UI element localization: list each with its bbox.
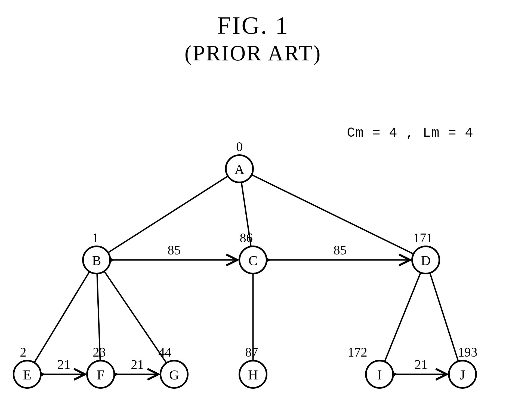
tree-edge <box>104 271 166 363</box>
edge-label: 85 <box>334 243 347 257</box>
node-label-D: D <box>421 253 431 268</box>
edge-label: 85 <box>168 243 181 257</box>
node-value-B: 1 <box>92 231 98 245</box>
tree-edge <box>430 273 458 361</box>
tree-edge <box>385 272 421 361</box>
node-value-I: 172 <box>348 345 367 359</box>
node-label-J: J <box>460 367 465 382</box>
nodes-layer: ABCDEFGHIJ <box>14 155 476 388</box>
node-label-I: I <box>377 367 382 382</box>
node-value-E: 2 <box>20 345 26 359</box>
node-label-B: B <box>92 253 101 268</box>
node-value-A: 0 <box>236 139 243 154</box>
node-label-F: F <box>97 367 104 382</box>
edge-label: 21 <box>57 357 70 372</box>
node-label-A: A <box>235 162 244 177</box>
node-value-F: 23 <box>93 345 106 359</box>
node-value-J: 193 <box>458 345 477 359</box>
node-value-C: 86 <box>240 231 253 245</box>
edge-label: 21 <box>415 357 428 372</box>
node-label-C: C <box>248 253 257 268</box>
node-label-H: H <box>248 367 258 382</box>
tree-edge <box>108 176 228 253</box>
node-label-G: G <box>169 367 179 382</box>
node-label-E: E <box>23 367 32 382</box>
tree-edge <box>34 272 90 363</box>
node-value-D: 171 <box>413 231 433 245</box>
edge-label: 21 <box>131 357 144 372</box>
node-value-H: 87 <box>245 345 258 359</box>
tree-diagram: 8585212121 ABCDEFGHIJ 018617122344871721… <box>0 0 506 420</box>
node-value-G: 44 <box>158 345 171 359</box>
tree-edge <box>252 175 414 254</box>
